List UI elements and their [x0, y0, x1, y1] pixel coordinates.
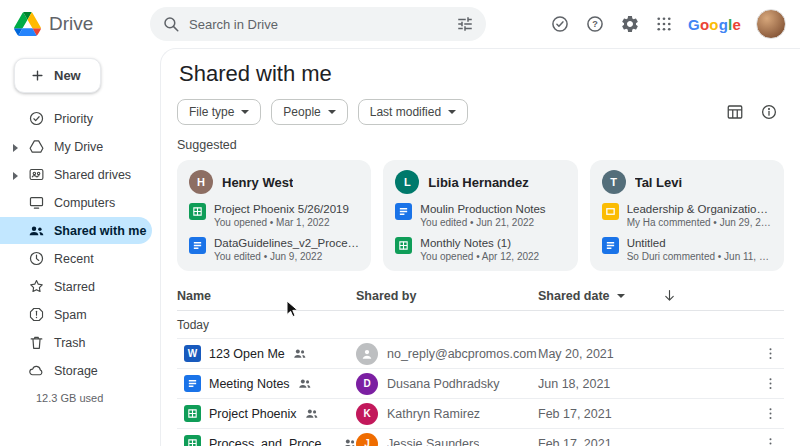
- suggested-file[interactable]: DataGuidelines_v2_Process_and_Pr... You …: [189, 237, 359, 262]
- suggested-file[interactable]: Project Phoenix 5/26/2019 You opened • M…: [189, 203, 359, 228]
- file-name: Process_and_Procedures: [209, 437, 335, 446]
- sidebar-item-trash[interactable]: Trash: [0, 329, 152, 356]
- shared-people-icon: [305, 407, 318, 420]
- file-name: Project Phoenix 5/26/2019: [214, 203, 359, 215]
- shared-date: Feb 17, 2021: [538, 437, 756, 446]
- last-modified-filter-chip[interactable]: Last modified: [358, 99, 468, 125]
- table-row[interactable]: Process_and_Procedures J Jessie Saunders…: [177, 429, 784, 446]
- person-name: Libia Hernandez: [428, 175, 528, 190]
- new-button[interactable]: New: [14, 58, 101, 93]
- drive-logo-icon: [14, 12, 41, 36]
- search-input[interactable]: [189, 17, 447, 32]
- file-meta: You opened • Mar 1, 2022: [214, 217, 359, 228]
- more-options-icon[interactable]: [756, 406, 784, 421]
- person-avatar: J: [356, 433, 378, 446]
- file-name: Leadership & Organization Updates: [627, 203, 772, 215]
- person-avatar: L: [395, 170, 419, 194]
- sidebar-item-shared-drives[interactable]: Shared drives: [0, 161, 152, 188]
- account-avatar[interactable]: [756, 9, 786, 39]
- sidebar-item-storage[interactable]: Storage: [0, 357, 152, 384]
- sheets-icon: [184, 435, 201, 446]
- suggested-file[interactable]: Untitled So Duri commented • Jun 11, 202…: [602, 237, 772, 262]
- suggested-card[interactable]: T Tal Levi Leadership & Organization Upd…: [590, 160, 784, 271]
- svg-text:?: ?: [592, 19, 598, 29]
- sidebar-item-shared-with-me[interactable]: Shared with me: [0, 217, 152, 244]
- priority-icon: [28, 110, 45, 127]
- default-avatar: [356, 343, 378, 365]
- star-icon: [28, 278, 45, 295]
- more-options-icon[interactable]: [756, 376, 784, 391]
- more-options-icon[interactable]: [756, 436, 784, 446]
- sheets-icon: [184, 405, 201, 422]
- docs-icon: [184, 375, 201, 392]
- person-avatar: K: [356, 403, 378, 425]
- column-header-shared-date[interactable]: Shared date: [538, 289, 610, 303]
- shared-by-name: Kathryn Ramirez: [387, 407, 480, 421]
- file-name: Moulin Production Notes: [420, 203, 565, 215]
- suggested-card[interactable]: L Libia Hernandez Moulin Production Note…: [383, 160, 577, 271]
- expand-arrow-icon[interactable]: [11, 143, 19, 151]
- more-options-icon[interactable]: [756, 346, 784, 361]
- group-label-today: Today: [177, 311, 784, 339]
- chevron-down-icon: [241, 110, 249, 114]
- drive-home-link[interactable]: Drive: [0, 12, 150, 36]
- table-row[interactable]: W 123 Open Me no_reply@abcpromos.com May…: [177, 339, 784, 369]
- file-name: Untitled: [627, 237, 772, 249]
- storage-used-label: 12.3 GB used: [0, 392, 160, 404]
- offline-status-icon[interactable]: [550, 14, 570, 34]
- column-header-shared-by[interactable]: Shared by: [356, 289, 538, 303]
- apps-grid-icon[interactable]: [655, 15, 673, 33]
- sidebar-item-recent[interactable]: Recent: [0, 245, 152, 272]
- person-avatar: T: [602, 170, 626, 194]
- shared-drives-icon: [28, 166, 45, 183]
- sidebar-item-my-drive[interactable]: My Drive: [0, 133, 152, 160]
- expand-arrow-icon[interactable]: [11, 171, 19, 179]
- app-title: Drive: [49, 13, 93, 35]
- cloud-storage-icon: [28, 362, 45, 379]
- search-options-icon[interactable]: [456, 15, 474, 33]
- person-avatar: D: [356, 373, 378, 395]
- topbar: Drive ?: [0, 0, 800, 48]
- sidebar-item-priority[interactable]: Priority: [0, 105, 152, 132]
- file-list: Name Shared by Shared date Today W 123 O…: [177, 281, 784, 446]
- file-meta: My Ha commented • Jun 29, 2022: [627, 217, 772, 228]
- grid-view-icon[interactable]: [726, 103, 744, 121]
- shared-by-name: Jessie Saunders: [387, 437, 479, 446]
- search-bar[interactable]: [150, 7, 486, 41]
- sheets-icon: [189, 203, 206, 220]
- file-type-filter-chip[interactable]: File type: [177, 99, 261, 125]
- sidebar-item-starred[interactable]: Starred: [0, 273, 152, 300]
- sidebar-item-computers[interactable]: Computers: [0, 189, 152, 216]
- people-filter-chip[interactable]: People: [271, 99, 347, 125]
- file-name: Project Phoenix: [209, 407, 297, 421]
- person-name: Tal Levi: [635, 175, 682, 190]
- shared-people-icon: [343, 437, 356, 446]
- recent-icon: [28, 250, 45, 267]
- info-icon[interactable]: [760, 103, 778, 121]
- shared-date: May 20, 2021: [538, 347, 756, 361]
- sort-direction-icon[interactable]: [662, 288, 677, 303]
- file-meta: You opened • Apr 12, 2022: [420, 251, 565, 262]
- docs-icon: [602, 237, 619, 254]
- suggested-cards: H Henry West Project Phoenix 5/26/2019 Y…: [177, 160, 784, 271]
- plus-icon: [30, 68, 45, 83]
- settings-gear-icon[interactable]: [620, 14, 640, 34]
- chevron-down-icon: [328, 110, 336, 114]
- slides-icon: [602, 203, 619, 220]
- table-row[interactable]: Project Phoenix K Kathryn Ramirez Feb 17…: [177, 399, 784, 429]
- suggested-file[interactable]: Monthly Notes (1) You opened • Apr 12, 2…: [395, 237, 565, 262]
- topbar-actions: ? G o o g l e: [550, 9, 800, 39]
- help-icon[interactable]: ?: [585, 14, 605, 34]
- google-logo: G o o g l e: [688, 16, 741, 33]
- table-row[interactable]: Meeting Notes D Dusana Podhradsky Jun 18…: [177, 369, 784, 399]
- person-name: Henry West: [222, 175, 293, 190]
- sidebar-item-spam[interactable]: Spam: [0, 301, 152, 328]
- search-icon[interactable]: [162, 15, 180, 33]
- shared-people-icon: [293, 347, 306, 360]
- shared-date: Jun 18, 2021: [538, 377, 756, 391]
- suggested-card[interactable]: H Henry West Project Phoenix 5/26/2019 Y…: [177, 160, 371, 271]
- column-header-name[interactable]: Name: [177, 289, 356, 303]
- suggested-file[interactable]: Leadership & Organization Updates My Ha …: [602, 203, 772, 228]
- sidebar: New Priority My Drive Shared drives: [0, 48, 160, 446]
- suggested-file[interactable]: Moulin Production Notes You edited • Jun…: [395, 203, 565, 228]
